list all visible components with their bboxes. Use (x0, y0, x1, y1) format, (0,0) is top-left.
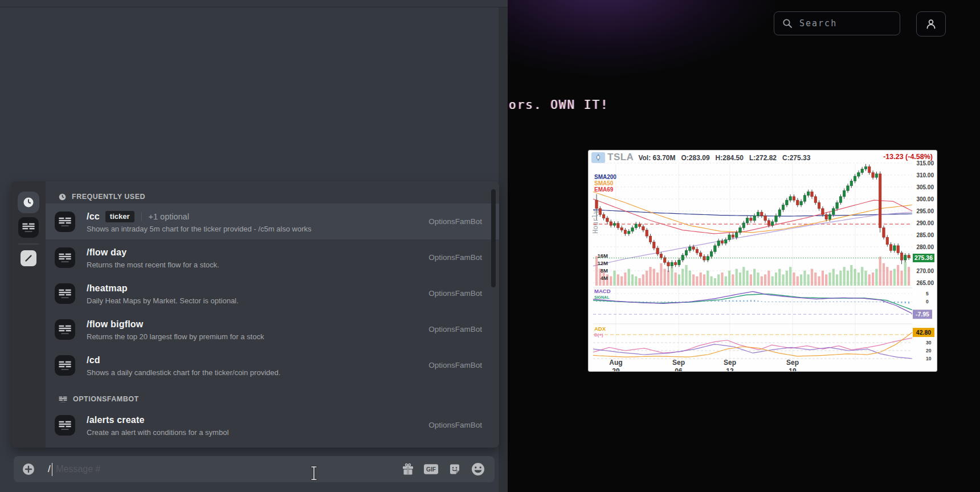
svg-text:280.00: 280.00 (916, 244, 934, 250)
svg-text:Sep: Sep (724, 359, 736, 367)
command-bot-avatar (55, 212, 75, 232)
command-name: /cd (87, 355, 100, 365)
rail-divider (18, 243, 39, 245)
command-bot-avatar (55, 247, 75, 268)
command-description: Shows a daily candlestick chart for the … (87, 368, 428, 377)
command-info: /ccticker+1 optionalShows an intraday 5m… (87, 210, 428, 233)
command-row[interactable]: /heatmapDaily Heat Maps by Market. Secto… (46, 275, 499, 311)
svg-text:GIF: GIF (426, 466, 436, 473)
ibeam-cursor (310, 465, 318, 481)
input-placeholder: Message # (56, 464, 400, 474)
svg-text:Hourly: Hourly (591, 210, 599, 234)
svg-text:300.00: 300.00 (916, 196, 934, 202)
svg-text:SIGNAL: SIGNAL (594, 295, 610, 299)
svg-text:MACD: MACD (594, 288, 611, 294)
command-bot-avatar (55, 319, 75, 340)
svg-text:16M: 16M (598, 253, 609, 259)
command-row[interactable]: /flow bigflowReturns the top 20 largest … (46, 311, 499, 347)
svg-text:10: 10 (926, 356, 932, 361)
command-description: Returns the most recent flow for a stock… (87, 261, 428, 269)
command-bot-name: OptionsFamBot (428, 325, 499, 334)
command-bot-name: OptionsFamBot (428, 217, 499, 226)
search-icon (782, 18, 793, 29)
command-info: /heatmapDaily Heat Maps by Market. Secto… (87, 282, 428, 305)
message-input-bar[interactable]: / Message # GIF (14, 456, 495, 482)
clock-icon (58, 193, 67, 201)
emoji-button[interactable] (470, 462, 485, 477)
window-titlebar (0, 0, 508, 7)
optionsfambot-icon (58, 395, 68, 404)
command-description: Daily Heat Maps by Market. Sector is opt… (87, 296, 428, 305)
svg-text:295.00: 295.00 (916, 208, 934, 214)
svg-text:310.00: 310.00 (916, 172, 934, 178)
command-bot-name: OptionsFamBot (428, 361, 499, 369)
command-arg-badge: ticker (105, 211, 134, 222)
svg-text:275.36: 275.36 (914, 254, 933, 261)
svg-text:315.00: 315.00 (916, 160, 934, 166)
command-name: /flow bigflow (87, 319, 143, 330)
command-row[interactable]: /cdShows a daily candlestick chart for t… (46, 347, 499, 383)
command-bot-name: OptionsFamBot (428, 421, 499, 429)
attach-button[interactable] (22, 462, 35, 476)
sticker-button[interactable] (447, 462, 462, 477)
command-name: /flow day (87, 247, 126, 258)
command-info: /flow dayReturns the most recent flow fo… (87, 246, 428, 269)
command-popup-rail (11, 181, 46, 448)
command-name: /heatmap (87, 283, 128, 294)
svg-text:4M: 4M (601, 275, 608, 281)
svg-text:270.00: 270.00 (916, 268, 934, 274)
bot-section-label: OPTIONSFAMBOT (73, 395, 139, 403)
command-name: /alerts create (87, 415, 145, 425)
command-row[interactable]: /ccticker+1 optionalShows an intraday 5m… (46, 204, 499, 239)
svg-text:D(+): D(+) (594, 332, 603, 338)
discord-window: FREQUENTLY USED /ccticker+1 optionalShow… (0, 0, 508, 492)
tsla-candlestick-chart: 315.00310.00305.00300.00295.00290.00285.… (589, 151, 937, 371)
emoji-icon (471, 462, 485, 477)
plus-circle-icon (22, 462, 35, 476)
optionsfambot-tab[interactable] (18, 217, 39, 238)
clock-icon (22, 196, 35, 209)
svg-text:-7.95: -7.95 (916, 311, 929, 318)
gif-button[interactable]: GIF (423, 462, 439, 477)
sticker-icon (448, 462, 462, 476)
optionsfambot-avatar (58, 395, 68, 404)
svg-text:285.00: 285.00 (916, 232, 934, 238)
svg-text:Sep: Sep (672, 359, 685, 367)
terminal-text: ors. OWN IT! (509, 98, 609, 112)
channel-scrollbar[interactable] (499, 7, 508, 492)
command-bot-name: OptionsFamBot (428, 289, 499, 298)
gif-icon: GIF (423, 462, 439, 476)
text-caret (52, 463, 53, 476)
search-placeholder: Search (799, 18, 837, 29)
command-row[interactable]: /flow dayReturns the most recent flow fo… (46, 239, 499, 275)
command-list-scrollbar[interactable] (491, 189, 496, 287)
svg-text:12: 12 (726, 367, 734, 371)
optionsfambot-avatar (21, 220, 36, 235)
slash-commands-tab[interactable] (21, 250, 36, 266)
command-description: Create an alert with conditions for a sy… (87, 428, 428, 437)
typed-command-text: / (48, 463, 51, 475)
svg-text:SMA200: SMA200 (594, 174, 616, 180)
command-optional-count: +1 optional (149, 212, 189, 221)
profile-button[interactable] (916, 11, 946, 36)
search-input[interactable]: Search (774, 11, 900, 35)
user-icon (925, 18, 937, 30)
svg-text:Sep: Sep (786, 359, 799, 367)
svg-text:290.00: 290.00 (916, 220, 934, 226)
command-row[interactable]: /alerts createCreate an alert with condi… (46, 407, 499, 443)
svg-text:265.00: 265.00 (916, 280, 934, 286)
optionsfambot-avatar (58, 418, 72, 433)
svg-text:20: 20 (926, 348, 932, 353)
command-bot-avatar (55, 355, 75, 376)
svg-text:ADX: ADX (594, 326, 606, 332)
badge-divider (141, 212, 142, 221)
command-list: FREQUENTLY USED /ccticker+1 optionalShow… (46, 181, 499, 448)
frequently-used-tab[interactable] (18, 192, 39, 213)
gift-icon (401, 462, 415, 476)
command-name: /cc (87, 212, 100, 222)
optionsfambot-avatar (58, 250, 72, 265)
gift-button[interactable] (400, 462, 415, 477)
svg-text:305.00: 305.00 (916, 184, 934, 190)
pencil-icon (24, 254, 33, 263)
svg-text:Aug: Aug (609, 359, 622, 367)
